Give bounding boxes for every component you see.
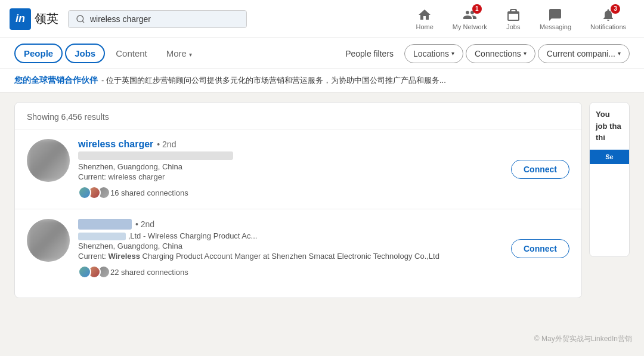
tab-jobs[interactable]: Jobs	[65, 44, 105, 63]
result-location: Shenzhen, Guangdong, China	[78, 242, 503, 250]
shared-avatar-1	[78, 265, 91, 278]
bell-icon-wrap: 3	[601, 8, 615, 22]
result-headline-blur	[78, 151, 233, 160]
sidebar-ad-text: You job tha thi	[590, 103, 629, 150]
nav-item-my-network[interactable]: 1 My Network	[444, 0, 496, 38]
home-icon-wrap	[417, 8, 432, 22]
result-degree: • 2nd	[135, 219, 154, 229]
my-network-badge: 1	[472, 4, 482, 14]
company-blur	[78, 233, 126, 240]
home-icon	[417, 8, 432, 22]
current-company-chevron-icon: ▾	[618, 50, 621, 57]
logo-text: 领英	[35, 11, 58, 27]
result-name[interactable]: wireless charger	[78, 139, 153, 150]
filter-people-filters[interactable]: People filters	[337, 45, 402, 63]
avatar	[27, 139, 70, 182]
table-row: wireless charger • 2nd Shenzhen, Guangdo…	[15, 129, 581, 209]
result-current: Current: Wireless Charging Product Accou…	[78, 252, 503, 261]
nav-item-jobs[interactable]: Jobs	[498, 0, 529, 38]
result-current: Current: wireless charger	[78, 172, 503, 181]
linkedin-logo: in	[10, 8, 31, 30]
main-area: Showing 6,456 results wireless charger •…	[0, 92, 644, 308]
messaging-icon-wrap	[548, 8, 562, 22]
result-name-line: • 2nd	[78, 219, 503, 230]
sidebar-cta-button[interactable]: Se	[590, 150, 629, 164]
logo-area[interactable]: in 领英	[10, 8, 58, 30]
connections-chevron-icon: ▾	[524, 50, 527, 57]
svg-line-1	[82, 21, 84, 23]
shared-count: 22 shared connections	[110, 268, 188, 277]
result-shared: 16 shared connections	[78, 186, 503, 199]
nav-item-messaging[interactable]: Messaging	[531, 0, 580, 38]
connect-button[interactable]: Connect	[511, 239, 569, 258]
results-count: Showing 6,456 results	[15, 112, 581, 129]
search-bar[interactable]	[68, 10, 247, 28]
ad-banner: 您的全球营销合作伙伴 - 位于英国的红步营销顾问公司提供多元化的市场营销和营运服…	[0, 69, 644, 92]
current-rest: Charging Product Account Manger at Shenz…	[140, 252, 439, 261]
shared-count: 16 shared connections	[110, 188, 188, 197]
result-shared: 22 shared connections	[78, 265, 503, 278]
jobs-icon-wrap	[506, 8, 521, 22]
nav-icons: Home 1 My Network Jobs	[407, 0, 634, 38]
notifications-badge: 3	[611, 4, 620, 14]
nav-label-my-network: My Network	[453, 23, 487, 30]
result-degree: • 2nd	[157, 140, 176, 149]
results-panel: Showing 6,456 results wireless charger •…	[14, 102, 582, 298]
tab-people[interactable]: People	[14, 44, 63, 63]
result-name-line: wireless charger • 2nd	[78, 139, 503, 150]
table-row: • 2nd ,Ltd - Wireless Charging Product A…	[15, 209, 581, 288]
filter-bar: People Jobs Content More ▾ People filter…	[0, 38, 644, 69]
filter-connections[interactable]: Connections ▾	[466, 44, 535, 63]
current-bold: Wireless	[109, 252, 140, 261]
messaging-icon	[548, 8, 562, 22]
svg-point-0	[77, 16, 83, 22]
nav-label-home: Home	[416, 23, 433, 30]
result-company-line: ,Ltd - Wireless Charging Product Ac...	[78, 231, 503, 240]
shared-avatars	[78, 265, 107, 278]
shared-avatar-1	[78, 186, 91, 199]
current-prefix: Current:	[78, 252, 109, 261]
company-rest: ,Ltd - Wireless Charging Product Ac...	[128, 231, 258, 240]
nav-label-jobs: Jobs	[506, 23, 520, 30]
filter-locations[interactable]: Locations ▾	[404, 44, 463, 63]
result-location: Shenzhen, Guangdong, China	[78, 162, 503, 171]
sidebar-ad-content: You job tha thi	[596, 109, 623, 144]
avatar	[27, 219, 70, 262]
result-name-blur	[78, 219, 132, 230]
filter-current-company[interactable]: Current compani... ▾	[538, 44, 630, 63]
top-navigation: in 领英 Home 1 My Netw	[0, 0, 644, 38]
search-icon	[76, 14, 85, 24]
nav-item-notifications[interactable]: 3 Notifications	[582, 0, 634, 38]
nav-label-messaging: Messaging	[540, 23, 571, 30]
more-chevron-icon: ▾	[189, 51, 192, 58]
network-icon-wrap: 1	[463, 8, 477, 22]
right-sidebar: You job tha thi Se	[589, 102, 630, 257]
ad-link[interactable]: 您的全球营销合作伙伴	[14, 75, 98, 86]
result-info: wireless charger • 2nd Shenzhen, Guangdo…	[78, 139, 503, 199]
jobs-icon	[506, 8, 521, 22]
result-info: • 2nd ,Ltd - Wireless Charging Product A…	[78, 219, 503, 278]
ad-text: - 位于英国的红步营销顾问公司提供多元化的市场营销和营运服务，为协助中国公司推广…	[101, 75, 446, 86]
shared-avatars	[78, 186, 107, 199]
search-input[interactable]	[90, 14, 239, 24]
locations-chevron-icon: ▾	[451, 50, 454, 57]
connect-button[interactable]: Connect	[511, 160, 569, 179]
nav-item-home[interactable]: Home	[407, 0, 441, 38]
tab-content[interactable]: Content	[107, 44, 156, 63]
nav-label-notifications: Notifications	[590, 23, 626, 30]
tab-more[interactable]: More ▾	[158, 44, 200, 63]
